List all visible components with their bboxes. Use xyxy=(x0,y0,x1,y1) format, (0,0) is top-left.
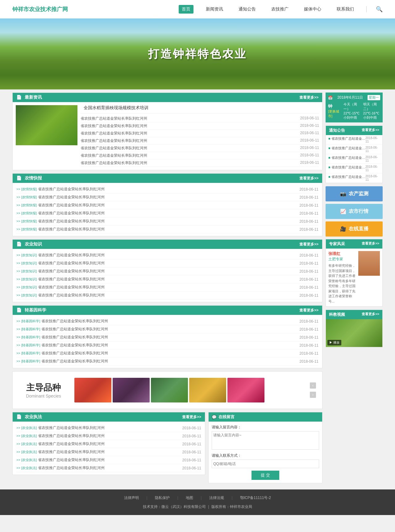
market-button[interactable]: 📈 农市行情 xyxy=(326,204,383,219)
footer-link-laws[interactable]: 法律法规 xyxy=(209,494,224,501)
list-item-date: 2018-06-11 xyxy=(300,351,318,356)
notice-item-text[interactable]: ■ 省农技推广总站道金荣站长 xyxy=(328,155,365,162)
notice-item-date: 2018-06-11 xyxy=(365,136,380,143)
list-item-text[interactable]: >> [转基因科学] 省农技推广总站道金荣站长率队到红河州 xyxy=(16,359,108,364)
news-items-list: 省农技推广总站道金荣站长率队到红河州 2018-06-11 省农技推广总站道金荣… xyxy=(81,115,319,167)
live-icon: 🎥 xyxy=(340,226,346,232)
list-item-text[interactable]: >> [转基因科学] 省农技推广总站道金荣站长率队到红河州 xyxy=(16,343,108,348)
notice-item-text[interactable]: ■ 省农技推广总站道金荣站长 xyxy=(328,165,365,172)
guestbook-textarea[interactable] xyxy=(212,431,319,450)
list-item-text[interactable]: >> [农情快报] 省农技推广总站道金荣站长率队到红河州 xyxy=(16,211,105,216)
search-icon[interactable]: 🔍 xyxy=(376,6,383,13)
weather-tomorrow-weather: 小到中雨 xyxy=(363,115,380,120)
notice-more[interactable]: 查看更多>> xyxy=(362,128,379,133)
weather-change-city[interactable]: [更换城市] xyxy=(328,109,341,118)
notice-item: ■ 省农技推广总站道金荣站长 2018-06-11 xyxy=(326,145,382,154)
nav-media[interactable]: 媒体中心 xyxy=(301,5,324,14)
law-icon: 📄 xyxy=(16,414,22,419)
dominant-image-5[interactable] xyxy=(227,378,264,402)
footer-link-sitemap[interactable]: 地图 xyxy=(186,494,193,501)
list-item-text[interactable]: >> [农技知识] 省农技推广总站道金荣站长率队到红河州 xyxy=(16,261,105,266)
list-item: >> [农情快报] 省农技推广总站道金荣站长率队到红河州 2018-06-11 xyxy=(16,217,318,225)
notice-item-text[interactable]: ■ 省农技推广总站道金荣站长 xyxy=(328,146,365,153)
dominant-image-3[interactable] xyxy=(151,378,188,402)
footer-link-legal[interactable]: 法律声明 xyxy=(124,494,139,501)
dominant-nav: ‹ › xyxy=(310,382,316,398)
list-item-text[interactable]: >> [农情快报] 省农技推广总站道金荣站长率队到红河州 xyxy=(16,219,105,224)
guestbook-section: 💬 在线留言 请输入留言内容： 请输入联系方式： 提 交 xyxy=(208,412,322,483)
news-item: 省农技推广总站道金荣站长率队到红河州 2018-06-11 xyxy=(81,145,319,152)
list-item-text[interactable]: >> [农业执法] 省农技推广总站道金荣站长率队到红河州 xyxy=(16,457,105,463)
list-item-date: 2018-06-11 xyxy=(300,319,318,324)
list-item-text[interactable]: >> [农情快报] 省农技推广总站道金荣站长率队到红河州 xyxy=(16,203,105,208)
nav-contact[interactable]: 联系我们 xyxy=(334,5,357,14)
knowledge-icon: 📄 xyxy=(16,241,22,246)
list-item-text[interactable]: >> [农技知识] 省农技推广总站道金荣站长率队到红河州 xyxy=(16,253,105,258)
transgenic-title: 📄 转基因科学 xyxy=(16,307,46,313)
transgenic-more[interactable]: 查看更多>> xyxy=(299,308,318,313)
weather-weekday: 星期一 xyxy=(368,95,380,100)
video-thumbnail[interactable]: ▶ 播放 xyxy=(326,319,382,347)
list-item-text[interactable]: >> [转基因科学] 省农技推广总站道金荣站长率队到红河州 xyxy=(16,327,108,332)
list-item-text[interactable]: >> [农业执法] 省农技推广总站道金荣站长率队到红河州 xyxy=(16,425,105,431)
live-label: 在线直播 xyxy=(349,226,368,232)
list-item-text[interactable]: >> [农业执法] 省农技推广总站道金荣站长率队到红河州 xyxy=(16,433,105,439)
latest-news-section: 📄 最新资讯 查看更多>> 全国水稻育插秧现场规模技术培训 省农技推广总站道金荣… xyxy=(12,93,322,170)
list-item-text[interactable]: >> [农业执法] 省农技推广总站道金荣站长率队到红河州 xyxy=(16,449,105,455)
news-item-text[interactable]: 省农技推广总站道金荣站长率队到红河州 xyxy=(81,131,147,136)
list-item-text[interactable]: >> [转基因科学] 省农技推广总站道金荣站长率队到红河州 xyxy=(16,335,108,340)
nav-extension[interactable]: 农技推广 xyxy=(268,5,292,14)
guestbook-submit-button[interactable]: 提 交 xyxy=(252,471,279,480)
weather-tomorrow-label: 明天（周二） xyxy=(363,102,380,111)
news-item-date: 2018-06-11 xyxy=(300,131,319,136)
notice-item-text[interactable]: ■ 省农技推广总站道金荣站长 xyxy=(328,136,365,143)
live-button[interactable]: 🎥 在线直播 xyxy=(326,221,383,237)
footer-link-icp[interactable]: 鄂ICP备11111号-2 xyxy=(240,494,271,501)
news-item-text[interactable]: 省农技推广总站道金荣站长率队到红河州 xyxy=(81,146,147,151)
monitor-icon: 📷 xyxy=(340,191,346,197)
expert-section: 专家风采 查看更多>> 张瑛红 土肥专家 有多年研究经验，主导过国家项目，获得了… xyxy=(326,239,383,307)
dominant-next-btn[interactable]: › xyxy=(310,392,316,398)
list-item-text[interactable]: >> [农业执法] 省农技推广总站道金荣站长率队到红河州 xyxy=(16,465,105,471)
list-item-date: 2018-06-11 xyxy=(300,219,318,224)
nav-notice[interactable]: 通知公告 xyxy=(235,5,259,14)
list-item-text[interactable]: >> [转基因科学] 省农技推广总站道金荣站长率队到红河州 xyxy=(16,319,108,324)
list-item-text[interactable]: >> [农技知识] 省农技推广总站道金荣站长率队到红河州 xyxy=(16,269,105,274)
monitor-button[interactable]: 📷 农产监测 xyxy=(326,186,383,201)
farm-knowledge-more[interactable]: 查看更多>> xyxy=(299,242,318,247)
list-item-text[interactable]: >> [农技知识] 省农技推广总站道金荣站长率队到红河州 xyxy=(16,293,105,298)
news-item-text[interactable]: 省农技推广总站道金荣站长率队到红河州 xyxy=(81,138,147,143)
news-main-title[interactable]: 全国水稻育插秧现场规模技术培训 xyxy=(81,105,319,113)
dominant-image-4[interactable] xyxy=(189,378,226,402)
nav-home[interactable]: 首页 xyxy=(179,5,193,14)
list-item-text[interactable]: >> [农技知识] 省农技推广总站道金荣站长率队到红河州 xyxy=(16,285,105,290)
latest-news-more[interactable]: 查看更多>> xyxy=(299,95,318,100)
notice-item-text[interactable]: ■ 省农技推广总站道金荣站长 xyxy=(328,175,365,181)
farm-law-more[interactable]: 查看更多>> xyxy=(182,414,201,420)
dominant-image-2[interactable] xyxy=(113,378,150,402)
news-item-text[interactable]: 省农技推广总站道金荣站长率队到红河州 xyxy=(81,153,147,158)
guestbook-contact-input[interactable] xyxy=(212,460,319,468)
news-item: 省农技推广总站道金荣站长率队到红河州 2018-06-11 xyxy=(81,159,319,167)
list-item-text[interactable]: >> [农情快报] 省农技推广总站道金荣站长率队到红河州 xyxy=(16,195,105,200)
expert-title-label: 专家风采 xyxy=(329,241,345,247)
footer-link-privacy[interactable]: 隐私保护 xyxy=(155,494,170,501)
list-item-text[interactable]: >> [农技知识] 省农技推广总站道金荣站长率队到红河州 xyxy=(16,277,105,282)
dominant-title-cn: 主导品种 xyxy=(19,382,68,394)
video-more[interactable]: 查看更多>> xyxy=(362,312,379,317)
news-item-text[interactable]: 省农技推广总站道金荣站长率队到红河州 xyxy=(81,116,147,121)
news-item-text[interactable]: 省农技推广总站道金荣站长率队到红河州 xyxy=(81,123,147,129)
list-item-text[interactable]: >> [农情快报] 省农技推广总站道金荣站长率队到红河州 xyxy=(16,227,105,232)
dominant-prev-btn[interactable]: ‹ xyxy=(310,382,316,389)
list-item-text[interactable]: >> [农情快报] 省农技推广总站道金荣站长率队到红河州 xyxy=(16,187,105,192)
expert-more[interactable]: 查看更多>> xyxy=(362,241,379,247)
dominant-image-1[interactable] xyxy=(74,378,111,402)
news-item-text[interactable]: 省农技推广总站道金荣站长率队到红河州 xyxy=(81,160,147,166)
list-item-text[interactable]: >> [转基因科学] 省农技推广总站道金荣站长率队到红河州 xyxy=(16,351,108,356)
farm-law-header: 📄 农业执法 查看更多>> xyxy=(13,412,205,422)
news-item: 省农技推广总站道金荣站长率队到红河州 2018-06-11 xyxy=(81,130,319,137)
list-item: >> [农情快报] 省农技推广总站道金荣站长率队到红河州 2018-06-11 xyxy=(16,201,318,209)
nav-news[interactable]: 新闻资讯 xyxy=(203,5,226,14)
list-item-text[interactable]: >> [农业执法] 省农技推广总站道金荣站长率队到红河州 xyxy=(16,441,105,447)
farm-news-more[interactable]: 查看更多>> xyxy=(299,176,318,181)
